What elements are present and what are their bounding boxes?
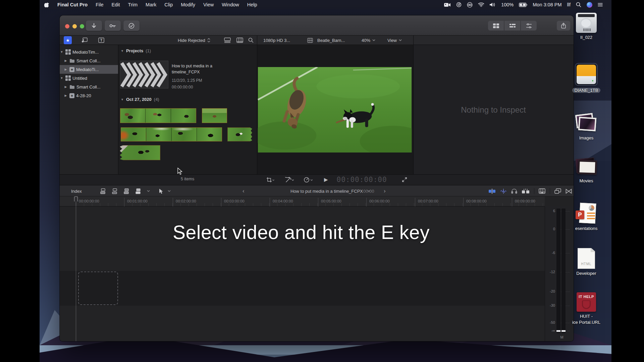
menu-trim[interactable]: Trim xyxy=(128,2,138,7)
projects-section-header[interactable]: ▼ Projects (1) xyxy=(121,48,151,53)
audio-fade-icon[interactable] xyxy=(522,189,530,194)
playhead-handle[interactable] xyxy=(74,196,78,201)
overwrite-edit-icon[interactable] xyxy=(135,188,143,194)
desktop-icon-huit-portal[interactable]: IT HELP HUIT - ice Portal.URL xyxy=(567,292,606,325)
index-button[interactable]: Index xyxy=(71,185,82,197)
sidebar-item-smart-collection-1[interactable]: ▶ Smart Coll... xyxy=(60,56,118,65)
filmstrip-view-icon[interactable] xyxy=(236,36,243,45)
menu-app-name[interactable]: Final Cut Pro xyxy=(57,2,88,7)
disclosure-triangle-icon[interactable]: ▶ xyxy=(64,68,68,71)
fullscreen-expand-icon[interactable] xyxy=(402,177,407,182)
wifi-icon[interactable] xyxy=(478,2,484,7)
menu-file[interactable]: File xyxy=(96,2,103,7)
video-camera-status-icon[interactable] xyxy=(444,3,451,7)
menu-window[interactable]: Window xyxy=(222,2,239,7)
sidebar-item-library-untitled[interactable]: ▼ Untitled xyxy=(60,74,118,82)
menu-clock[interactable]: Mon 3:08 PM xyxy=(533,2,561,7)
disclosure-triangle-icon[interactable]: ▼ xyxy=(60,76,64,80)
viewer-zoom-dropdown[interactable]: 40% xyxy=(362,36,375,45)
clip-filter-dropdown[interactable]: Hide Rejected xyxy=(178,36,210,45)
next-project-button[interactable]: › xyxy=(384,188,386,194)
trim-tool-icon[interactable] xyxy=(488,189,496,194)
append-edit-icon[interactable] xyxy=(123,188,131,194)
primary-storyline-lane[interactable] xyxy=(60,271,545,306)
show-media-clips-icon[interactable]: ★ xyxy=(64,36,72,44)
record-indicator-icon[interactable] xyxy=(456,2,462,7)
playhead-line[interactable] xyxy=(76,196,76,341)
viewer-clip-name[interactable]: Beatle_Barn... xyxy=(317,36,345,45)
timeline-ruler[interactable]: 00:00:00:00 00:01:00:00 00:02:00:00 00:0… xyxy=(60,196,545,206)
menu-help[interactable]: Help xyxy=(247,2,257,7)
disclosure-triangle-icon[interactable]: ▶ xyxy=(64,85,68,88)
crop-tool-icon[interactable] xyxy=(266,177,274,183)
clip-appearance-list-icon[interactable] xyxy=(224,36,231,45)
keyword-editor-button[interactable] xyxy=(105,20,121,31)
clip-thumbnail-torn[interactable] xyxy=(227,127,252,141)
menu-modify[interactable]: Modify xyxy=(181,2,195,7)
background-tasks-button[interactable] xyxy=(123,20,140,31)
browser-view-toggle-button[interactable] xyxy=(488,21,504,31)
desktop-icon-ii022[interactable]: II_022 xyxy=(567,13,606,41)
timeline-view-toggle-button[interactable] xyxy=(504,21,520,31)
previous-project-button[interactable]: ‹ xyxy=(243,188,245,194)
spotlight-search-icon[interactable] xyxy=(576,2,581,7)
enhancements-wand-icon[interactable] xyxy=(285,177,294,183)
disclosure-triangle-icon[interactable]: ▶ xyxy=(64,94,68,97)
play-button[interactable]: ▶ xyxy=(324,177,328,183)
connect-edit-icon[interactable] xyxy=(100,188,107,194)
viewer-format-info[interactable]: 1080p HD 3... xyxy=(263,36,290,45)
zoom-window-button[interactable] xyxy=(80,24,84,28)
desktop-icon-presentations[interactable]: P esentations xyxy=(567,203,606,232)
timeline-drop-placeholder[interactable] xyxy=(78,272,118,305)
disclosure-triangle-icon[interactable]: ▼ xyxy=(121,49,124,53)
import-media-button[interactable] xyxy=(86,20,102,31)
sidebar-item-event-mediatoti[interactable]: ▶ ★ MediatoTi... xyxy=(60,65,118,74)
disclosure-triangle-icon[interactable]: ▼ xyxy=(121,98,124,101)
browser-search-icon[interactable] xyxy=(248,36,254,45)
photos-audio-sidebar-icon[interactable] xyxy=(80,36,89,44)
retime-icon[interactable] xyxy=(304,177,313,183)
divider[interactable] xyxy=(257,36,257,185)
apple-menu-icon[interactable] xyxy=(44,2,49,8)
desktop-icon-diane-1tb[interactable]: DIANE_1TB xyxy=(567,63,606,94)
viewer-clip-film-icon[interactable] xyxy=(307,36,313,45)
divider[interactable] xyxy=(413,36,414,185)
project-info[interactable]: How to put media in a timeline_FCPX 11/2… xyxy=(172,63,225,90)
project-thumbnail[interactable] xyxy=(120,61,168,88)
clip-thumbnail-filmstrip[interactable] xyxy=(121,127,222,141)
divider[interactable] xyxy=(118,45,118,174)
menu-user[interactable]: llf xyxy=(567,2,571,7)
menu-clip[interactable]: Clip xyxy=(164,2,173,7)
volume-icon[interactable] xyxy=(490,2,496,7)
solo-headphones-icon[interactable] xyxy=(511,188,517,194)
inspector-toggle-button[interactable] xyxy=(521,21,537,31)
siri-icon[interactable] xyxy=(587,2,592,8)
edit-options-chevron-icon[interactable] xyxy=(147,190,150,192)
notification-center-icon[interactable] xyxy=(598,3,603,7)
timeline-clip-selector[interactable]: How to put media in a timeline_FCPX xyxy=(260,185,401,197)
menu-view[interactable]: View xyxy=(203,2,214,7)
close-window-button[interactable] xyxy=(65,24,69,28)
minimize-window-button[interactable] xyxy=(72,24,77,28)
viewer-video-frame[interactable] xyxy=(258,67,412,153)
event-date-section-header[interactable]: ▼ Oct 27, 2020 (4) xyxy=(121,97,159,102)
clip-thumbnail-filmstrip[interactable] xyxy=(120,108,196,123)
tool-arrow-icon[interactable] xyxy=(159,188,163,194)
desktop-icon-movies[interactable]: Movies xyxy=(567,158,606,184)
desktop-icon-images[interactable]: Images xyxy=(567,113,606,141)
sidebar-item-smart-collection-2[interactable]: ▶ Smart Coll... xyxy=(60,82,118,91)
bowtie-transition-icon[interactable] xyxy=(566,189,572,194)
overlay-windows-icon[interactable] xyxy=(554,188,561,194)
insert-edit-icon[interactable] xyxy=(112,188,119,194)
menu-edit[interactable]: Edit xyxy=(112,2,120,7)
titles-generators-sidebar-icon[interactable]: T xyxy=(97,36,105,44)
audio-skimming-icon[interactable] xyxy=(500,189,507,194)
sidebar-item-library-mediatotim[interactable]: ▼ MediatoTim... xyxy=(60,48,118,56)
desktop-icon-developer[interactable]: HTML Developer xyxy=(567,248,606,277)
viewer-view-dropdown[interactable]: View xyxy=(387,36,402,45)
clip-thumbnail[interactable] xyxy=(202,108,227,123)
menu-mark[interactable]: Mark xyxy=(146,2,156,7)
clip-appearance-icon[interactable] xyxy=(539,188,545,194)
clip-thumbnail-torn[interactable] xyxy=(120,145,160,160)
tool-options-chevron-icon[interactable] xyxy=(168,190,171,192)
